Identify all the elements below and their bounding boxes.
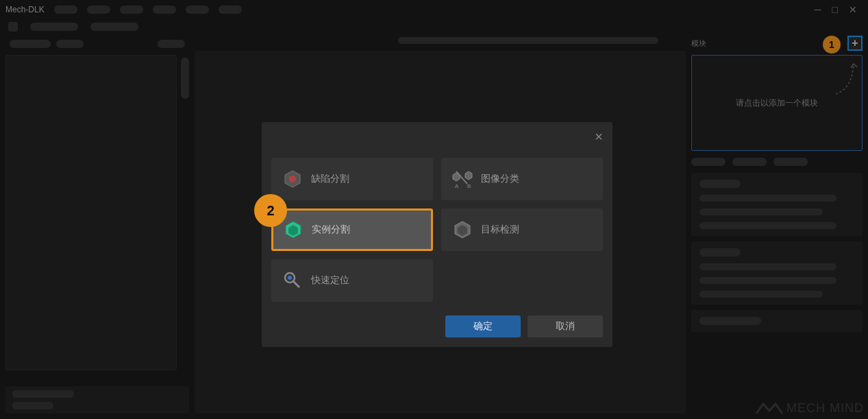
dialog-close-button[interactable]: × xyxy=(595,129,603,145)
option-fast-positioning[interactable]: 快速定位 xyxy=(271,259,433,302)
svg-marker-3 xyxy=(453,173,460,181)
hex-defect-icon xyxy=(282,169,303,189)
callout-badge-2: 2 xyxy=(254,194,287,227)
hex-detect-icon xyxy=(452,219,473,240)
option-label: 实例分割 xyxy=(312,224,350,236)
svg-point-1 xyxy=(289,176,296,182)
option-label: 缺陷分割 xyxy=(311,173,349,185)
option-label: 图像分类 xyxy=(481,173,519,185)
svg-text:A: A xyxy=(455,183,459,189)
option-object-detection[interactable]: 目标检测 xyxy=(441,208,603,251)
add-module-dialog: × 缺陷分割 A B 图像分类 2 xyxy=(262,122,612,347)
svg-text:B: B xyxy=(467,183,471,189)
option-label: 目标检测 xyxy=(481,224,519,236)
svg-marker-4 xyxy=(465,171,472,180)
dialog-ok-button[interactable]: 确定 xyxy=(445,315,521,337)
dialog-cancel-button[interactable]: 取消 xyxy=(528,315,603,337)
svg-point-12 xyxy=(288,276,292,280)
option-instance-segmentation[interactable]: 2 实例分割 xyxy=(271,208,433,251)
option-label: 快速定位 xyxy=(311,274,349,287)
option-defect-segmentation[interactable]: 缺陷分割 xyxy=(271,158,433,200)
ab-classify-icon: A B xyxy=(452,169,473,189)
hex-instance-icon xyxy=(283,219,303,240)
option-image-classification[interactable]: A B 图像分类 xyxy=(441,158,603,200)
svg-line-13 xyxy=(293,281,299,287)
locate-icon xyxy=(282,270,303,291)
